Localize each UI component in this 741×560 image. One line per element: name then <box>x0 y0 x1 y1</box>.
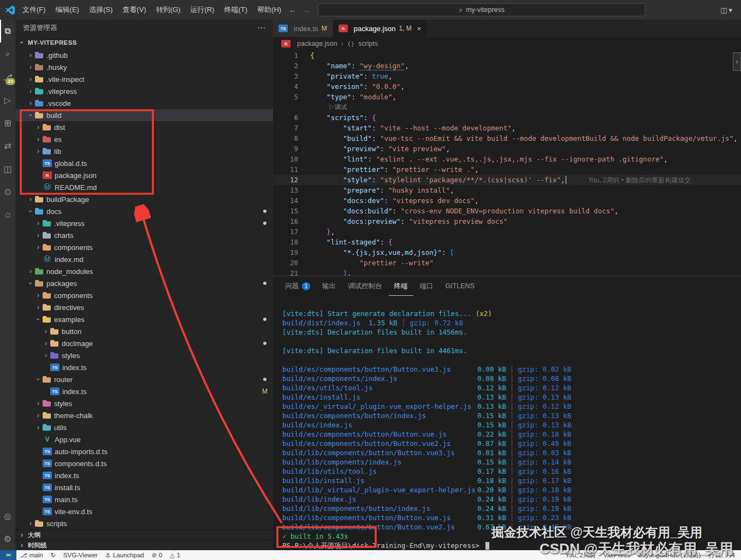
timeline-section[interactable]: › 时间线 <box>15 540 273 550</box>
panel-tab-调试控制台[interactable]: 调试控制台 <box>342 276 388 296</box>
remote-indicator[interactable]: >< <box>0 550 16 560</box>
status-sync[interactable]: ↻ <box>47 550 60 560</box>
status-cursor-position[interactable]: 行12, 列4 <box>704 550 739 560</box>
tree-item-charts[interactable]: ›charts <box>15 229 273 241</box>
menu-帮助(H)[interactable]: 帮助(H) <box>252 3 286 17</box>
panel-tab-GITLENS[interactable]: GITLENS <box>440 276 481 296</box>
tree-item-docs[interactable]: ›docs <box>15 205 273 217</box>
status-launchpad[interactable]: ⚓Launchpad <box>102 550 148 560</box>
status-branch[interactable]: ⎇main <box>16 550 47 560</box>
tree-item-docImage[interactable]: ›docImage <box>15 337 273 349</box>
code-editor[interactable]: 1{2 "name": "wy-design",3 "private": tru… <box>273 50 741 276</box>
panel-tab-终端[interactable]: 终端 <box>389 276 413 296</box>
tree-item-auto-imports.d.ts[interactable]: TSauto-imports.d.ts <box>15 445 273 457</box>
tree-item-dist[interactable]: ›dist <box>15 121 273 133</box>
tree-item-vite-env.d.ts[interactable]: TSvite-env.d.ts <box>15 505 273 517</box>
terminal-content[interactable]: [vite:dts] Start generate declaration fi… <box>273 296 741 550</box>
menu-转到(G)[interactable]: 转到(G) <box>151 3 186 17</box>
command-center-search[interactable]: ⌕ my-vitepress <box>318 3 645 16</box>
tree-item-.github[interactable]: ›.github <box>15 49 273 61</box>
code-line[interactable]: 21 ], <box>273 268 741 276</box>
menu-查看(V)[interactable]: 查看(V) <box>117 3 151 17</box>
code-line[interactable]: 12 "style": "stylelint 'packages/**/*.(c… <box>273 175 741 185</box>
code-line[interactable]: 15 "docs:build": "cross-env NODE_ENV=pro… <box>273 206 741 216</box>
menu-编辑(E)[interactable]: 编辑(E) <box>51 3 84 17</box>
status-svg-viewer[interactable]: SVG-Viewer <box>60 550 102 560</box>
tree-item-App.vue[interactable]: VApp.vue <box>15 433 273 445</box>
status-vitepress[interactable]: VitePress <box>600 550 634 560</box>
tree-item-.vscode[interactable]: ›.vscode <box>15 97 273 109</box>
code-line[interactable]: 14 "docs:dev": "vitepress dev docs", <box>273 195 741 206</box>
tree-item-install.ts[interactable]: TSinstall.ts <box>15 481 273 493</box>
tree-item-directives[interactable]: ›directives <box>15 301 273 313</box>
tree-item-package.json[interactable]: npackage.json <box>15 169 273 181</box>
tree-item-examples[interactable]: ›examples <box>15 313 273 325</box>
code-line[interactable]: 6 "scripts": { <box>273 112 741 123</box>
code-line[interactable]: 16 "docs:preview": "vitepress preview do… <box>273 216 741 227</box>
tree-item-README.md[interactable]: ⓂREADME.md <box>15 181 273 193</box>
status-errors[interactable]: ⊘0 <box>148 550 167 560</box>
panel-tab-问题[interactable]: 问题1 <box>280 276 316 296</box>
source-control-icon[interactable]: ⎇33 <box>0 65 15 88</box>
menu-终端(T)[interactable]: 终端(T) <box>219 3 252 17</box>
tree-item-index.ts[interactable]: TSindex.ts <box>15 469 273 481</box>
tree-item-es[interactable]: ›es <box>15 133 273 145</box>
code-line[interactable]: 1{ <box>273 50 741 61</box>
settings-icon[interactable]: ⚙ <box>0 527 15 550</box>
code-line[interactable]: 19 "*.{js,jsx,vue,md,json}": [ <box>273 247 741 258</box>
tree-item-button[interactable]: ›button <box>15 325 273 337</box>
breadcrumb[interactable]: n package.json › {} scripts <box>273 37 741 50</box>
search-icon[interactable]: ⌕ <box>0 43 15 65</box>
code-line[interactable]: 2 "name": "wy-design", <box>273 61 741 71</box>
run-debug-icon[interactable]: ▷ <box>0 88 15 111</box>
codelens-line[interactable]: ▷调试 <box>273 102 741 112</box>
status-warnings[interactable]: △1 <box>166 550 184 560</box>
menu-文件(F)[interactable]: 文件(F) <box>17 3 51 17</box>
tree-item-utils[interactable]: ›utils <box>15 421 273 433</box>
tree-item-node_modules[interactable]: ›node_modules <box>15 265 273 277</box>
panel-tab-端口[interactable]: 端口 <box>414 276 439 296</box>
docker-icon[interactable]: ◫ <box>0 157 15 180</box>
code-line[interactable]: 8 "build": "vue-tsc --noEmit && vite bui… <box>273 133 741 144</box>
code-line[interactable]: 5 "type": "module", <box>273 92 741 102</box>
menu-运行(R)[interactable]: 运行(R) <box>185 3 219 17</box>
menu-选择(S)[interactable]: 选择(S) <box>84 3 117 17</box>
tree-item-main.ts[interactable]: TSmain.ts <box>15 493 273 505</box>
tree-item-global.d.ts[interactable]: TSglobal.d.ts <box>15 157 273 169</box>
tab-index.ts[interactable]: TSindex.tsM <box>273 20 333 37</box>
testing-icon[interactable]: ⊙ <box>0 180 15 203</box>
extensions-icon[interactable]: ⊞ <box>0 111 15 134</box>
outline-section[interactable]: › 大纲 <box>15 529 273 540</box>
code-line[interactable]: 17 }, <box>273 227 741 237</box>
explorer-icon[interactable]: ⧉ <box>0 20 15 43</box>
layout-toggle-button[interactable]: ◫ ▾ <box>720 6 732 14</box>
breadcrumb-file[interactable]: package.json <box>297 40 337 47</box>
tree-item-index.ts[interactable]: TSindex.ts <box>15 361 273 373</box>
status-gitlens-blame[interactable]: You, 2周前 <box>562 550 600 560</box>
panel-tab-输出[interactable]: 输出 <box>317 276 341 296</box>
tree-item-lib[interactable]: ›lib <box>15 145 273 157</box>
tree-item-.vitepress[interactable]: ›.vitepress <box>15 217 273 229</box>
gitlens-icon[interactable]: ⌂ <box>0 203 15 226</box>
tab-package.json[interactable]: npackage.json1, M× <box>333 20 428 37</box>
tree-item-.vitepress[interactable]: ›.vitepress <box>15 85 273 97</box>
code-line[interactable]: 13 "prepare": "husky install", <box>273 185 741 195</box>
tree-item-buildPackage[interactable]: ›buildPackage <box>15 193 273 205</box>
tree-item-.husky[interactable]: ›.husky <box>15 61 273 73</box>
more-actions-icon[interactable]: ⋯ <box>257 23 265 33</box>
forward-icon[interactable]: → <box>299 5 312 14</box>
code-line[interactable]: 11 "prettier": "prettier --write .", <box>273 164 741 175</box>
remote-explorer-icon[interactable]: ⇄ <box>0 134 15 157</box>
code-line[interactable]: 3 "private": true, <box>273 71 741 81</box>
tree-item-components[interactable]: ›components <box>15 289 273 301</box>
tree-item-theme-chalk[interactable]: ›theme-chalk <box>15 409 273 421</box>
tree-item-router[interactable]: ›router <box>15 373 273 385</box>
code-line[interactable]: 9 "preview": "vite preview", <box>273 144 741 154</box>
tree-item-build[interactable]: ›build <box>15 109 273 121</box>
tree-item-index.ts[interactable]: TSindex.tsM <box>15 385 273 397</box>
terminal-prompt[interactable]: PS P:\个人开源项目\disk-Training-End\my-vitepr… <box>282 541 741 550</box>
tree-item-.vite-inspect[interactable]: ›.vite-inspect <box>15 73 273 85</box>
code-line[interactable]: 20 "prettier --write" <box>273 258 741 268</box>
code-line[interactable]: 10 "lint": "eslint . --ext .vue,.ts,.js,… <box>273 154 741 164</box>
tree-item-packages[interactable]: ›packages <box>15 277 273 289</box>
